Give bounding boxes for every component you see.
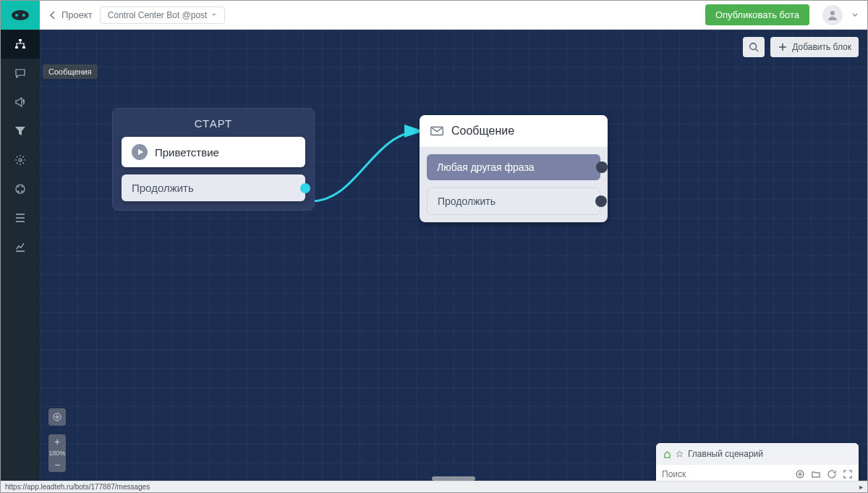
folder-button[interactable]	[811, 469, 821, 479]
main: Проект Control Center Bot @post Опублико…	[40, 1, 867, 492]
svg-point-1	[15, 14, 18, 17]
step-label: Продолжить	[132, 182, 194, 194]
scroll-right-icon[interactable]: ▸	[859, 483, 863, 491]
publish-button[interactable]: Опубликовать бота	[705, 4, 809, 25]
scenario-header[interactable]: Главный сценарий	[656, 443, 859, 465]
message-body: Любая другая фраза Продолжить	[420, 147, 608, 222]
status-url: https://app.leadteh.ru/bots/177887/messa…	[5, 483, 150, 491]
user-chevron-icon[interactable]	[851, 12, 859, 19]
zoom-controls: + 180% −	[48, 408, 66, 472]
start-title: СТАРТ	[122, 117, 305, 130]
zoom-value: 180%	[48, 449, 65, 458]
bot-selector[interactable]: Control Center Bot @post	[100, 7, 226, 24]
logo[interactable]	[1, 1, 40, 30]
topbar: Проект Control Center Bot @post Опублико…	[40, 1, 867, 30]
sidebar-item-broadcast[interactable]	[1, 88, 40, 117]
sidebar-item-settings[interactable]	[1, 146, 40, 174]
back-label: Проект	[61, 9, 93, 20]
sidebar-item-filter[interactable]	[1, 117, 40, 146]
svg-point-9	[750, 43, 757, 50]
add-block-label: Добавить блок	[792, 42, 851, 52]
play-icon	[132, 144, 148, 160]
star-icon	[676, 450, 684, 458]
output-port[interactable]	[596, 161, 608, 173]
start-step-continue[interactable]: Продолжить	[122, 174, 305, 201]
user-icon	[826, 9, 839, 22]
step-label: Приветствие	[155, 146, 219, 159]
svg-rect-4	[15, 46, 18, 49]
statusbar: https://app.leadteh.ru/bots/177887/messa…	[1, 481, 867, 492]
row-label: Продолжить	[438, 195, 495, 207]
sidebar	[1, 1, 40, 492]
zoom-fit-button[interactable]	[48, 408, 66, 426]
output-port[interactable]	[595, 195, 607, 207]
add-scenario-button[interactable]	[795, 469, 805, 479]
user-menu[interactable]	[822, 5, 843, 25]
svg-point-7	[16, 185, 25, 193]
node-start[interactable]: СТАРТ Приветствие Продолжить	[112, 108, 315, 211]
scenario-search-input[interactable]	[662, 469, 791, 479]
message-row-continue[interactable]: Продолжить	[427, 187, 600, 215]
row-label: Любая другая фраза	[437, 161, 535, 173]
svg-rect-5	[22, 46, 25, 49]
sidebar-item-chat[interactable]	[1, 59, 40, 88]
sidebar-item-support[interactable]	[1, 174, 40, 203]
zoom-out-button[interactable]: −	[48, 458, 66, 472]
search-icon	[749, 42, 759, 52]
zoom-stack: + 180% −	[48, 434, 66, 472]
bot-name: Control Center Bot @post	[108, 10, 208, 20]
svg-point-8	[830, 11, 835, 15]
search-button[interactable]	[743, 37, 765, 57]
sidebar-item-flow[interactable]	[1, 30, 40, 59]
expand-button[interactable]	[843, 469, 853, 479]
start-step-greeting[interactable]: Приветствие	[122, 137, 305, 167]
svg-point-0	[12, 10, 29, 20]
message-title: Сообщение	[451, 125, 514, 138]
home-icon	[663, 450, 671, 458]
sidebar-item-analytics[interactable]	[1, 232, 40, 261]
zoom-in-button[interactable]: +	[48, 434, 66, 449]
sidebar-tooltip: Сообщения	[43, 64, 98, 79]
back-link[interactable]: Проект	[48, 9, 93, 20]
plus-icon	[778, 42, 788, 52]
scenario-panel: Главный сценарий	[656, 443, 859, 485]
svg-rect-3	[19, 39, 22, 41]
canvas[interactable]: Сообщения Добавить блок	[40, 30, 867, 492]
output-port[interactable]	[300, 183, 310, 193]
chevron-down-icon	[211, 12, 217, 18]
arrow-left-icon	[48, 11, 57, 20]
svg-point-6	[19, 159, 22, 161]
node-message[interactable]: Сообщение Любая другая фраза Продолжить	[420, 115, 608, 222]
envelope-icon	[430, 124, 444, 138]
message-row-any-phrase[interactable]: Любая другая фраза	[427, 154, 600, 180]
message-header[interactable]: Сообщение	[420, 115, 608, 147]
app-root: Проект Control Center Bot @post Опублико…	[0, 0, 868, 493]
canvas-toolbar: Добавить блок	[743, 37, 859, 57]
add-block-button[interactable]: Добавить блок	[770, 37, 859, 57]
scenario-title: Главный сценарий	[688, 449, 763, 459]
sidebar-item-list[interactable]	[1, 203, 40, 232]
refresh-button[interactable]	[827, 469, 837, 479]
svg-point-2	[22, 14, 25, 17]
